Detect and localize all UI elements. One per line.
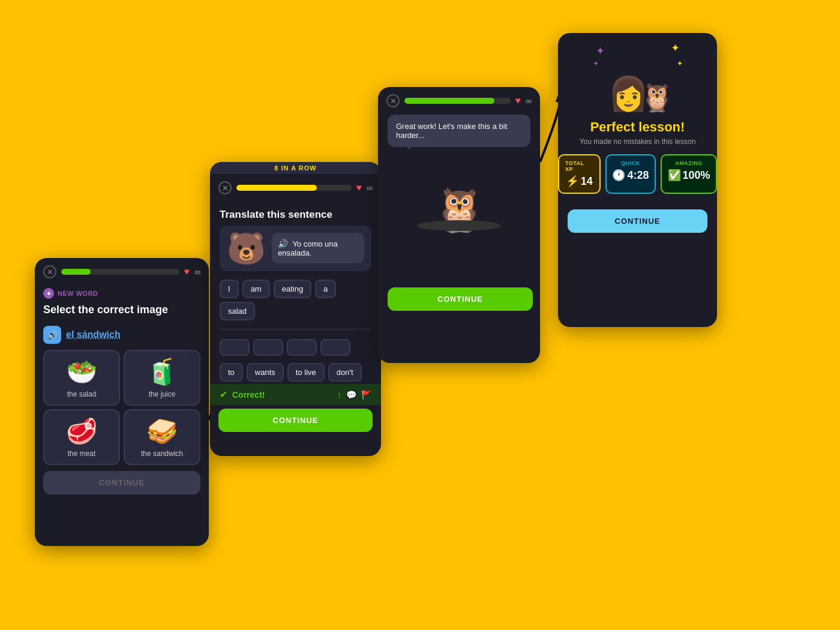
screen3-close-btn[interactable]: ✕ (386, 94, 400, 107)
screen2-infinity-icon: ∞ (367, 183, 373, 193)
screen2-extra-tolive[interactable]: to live (287, 363, 325, 382)
screen3-infinity-icon: ∞ (526, 96, 532, 106)
screen3-speech-text: Great work! Let's make this a bit harder… (396, 122, 507, 140)
screen2-slot4 (320, 339, 350, 356)
screen2-extra-wants[interactable]: wants (247, 363, 284, 382)
screen4-xp-number: 14 (581, 175, 593, 188)
screen2-flag-icon[interactable]: 🚩 (361, 390, 371, 400)
screen3: ✕ ♥ ∞ Great work! Let's make this a bit … (378, 87, 540, 363)
screen1-spanish-word: el sándwich (66, 329, 121, 340)
screen1-infinity-icon: ∞ (194, 267, 200, 277)
screen2-correct-text: Correct! (232, 390, 265, 400)
screen3-shadow (417, 220, 501, 231)
screen4-amazing-value: ✅ 100% (668, 169, 710, 182)
screen2-check-icon: ✔ (220, 389, 227, 400)
screen3-speech-bubble: Great work! Let's make this a bit harder… (388, 115, 530, 147)
screen3-progress-bg (404, 98, 511, 104)
screen2-progress-bg (236, 185, 352, 191)
screen2-continue-btn[interactable]: CONTINUE (218, 409, 373, 432)
screen4-amazing-box: AMAZING ✅ 100% (661, 154, 717, 194)
screen2-streak-banner: 8 IN A ROW (210, 162, 381, 174)
screen2-correct-banner: ✔ Correct! ↑ 💬 🚩 (210, 384, 381, 405)
screen3-mascot-area: 🦉 (378, 153, 540, 239)
screen4-quick-number: 4:28 (627, 169, 649, 182)
screen1-word-row: 🔊 el sándwich (35, 322, 209, 350)
screen4: ✦ ✦ ✦ ✦ 👩 🦉 Perfect lesson! You made no … (558, 33, 717, 327)
screen1-new-word-badge: ✦ NEW WORD (35, 286, 209, 304)
screen1-sandwich-emoji: 🥪 (146, 416, 178, 446)
screen2-chip-a[interactable]: a (315, 280, 336, 298)
screen1-salad-label: the salad (67, 390, 97, 398)
screen4-firework2: ✦ (671, 41, 680, 55)
screen4-xp-label: TOTAL XP (565, 160, 593, 172)
screen2-slot2 (253, 339, 283, 356)
screen2-word-bank: I am eating a salad (210, 271, 381, 329)
screen4-amazing-label: AMAZING (675, 160, 703, 166)
screen2-title: Translate this sentence (210, 202, 381, 226)
screen3-mascot-container: 🦉 (411, 153, 507, 231)
screen2-header: ✕ ♥ ∞ (210, 174, 381, 202)
screen2-extra-to[interactable]: to (220, 363, 243, 382)
screen4-firework1: ✦ (596, 44, 605, 58)
screen4-firework3: ✦ (593, 59, 599, 68)
screen2-chip-salad[interactable]: salad (220, 302, 255, 320)
screen2-progress-fill (236, 185, 317, 191)
screen4-amazing-number: 100% (683, 169, 710, 182)
screen2-chip-eating[interactable]: eating (274, 280, 311, 298)
screen2-correct-icons: ↑ 💬 🚩 (337, 390, 371, 400)
screen4-content-area: ✦ ✦ ✦ ✦ 👩 🦉 Perfect lesson! You made no … (558, 33, 717, 209)
screen2-chip-am[interactable]: am (242, 280, 270, 298)
screen4-xp-icon: ⚡ (566, 175, 579, 188)
screen2-bear-emoji: 🐻 (227, 233, 266, 264)
screen4-quick-label: QUICK (621, 160, 640, 166)
screen1-salad-card[interactable]: 🥗 the salad (43, 350, 120, 406)
screen1-progress-bg (61, 269, 179, 275)
screen1-progress-fill (61, 269, 91, 275)
screen2-divider (220, 329, 371, 329)
screen1-heart-icon: ♥ (184, 266, 190, 277)
screen3-header: ✕ ♥ ∞ (378, 87, 540, 115)
screen1-juice-label: the juice (149, 390, 176, 398)
screen1-title: Select the correct image (35, 304, 209, 322)
screen4-quick-icon: 🕐 (612, 169, 625, 182)
screen4-xp-value: ⚡ 14 (566, 175, 593, 188)
screen2-comment-icon[interactable]: 💬 (346, 390, 356, 400)
screen2-answer-slots (210, 334, 381, 361)
screen2-speech-bubble: 🔊 Yo como una ensalada. (272, 233, 364, 263)
screen3-continue-btn[interactable]: CONTINUE (388, 287, 533, 311)
screen1-image-grid: 🥗 the salad 🧃 the juice 🥩 the meat 🥪 the… (35, 350, 209, 465)
screen2-share-icon[interactable]: ↑ (337, 390, 341, 400)
screen2-chip-i[interactable]: I (220, 280, 239, 298)
screen2-extra-dont[interactable]: don't (328, 363, 362, 382)
screen1-juice-card[interactable]: 🧃 the juice (124, 350, 200, 406)
screen4-stats-row: TOTAL XP ⚡ 14 QUICK 🕐 4:28 AMAZING ✅ 100… (558, 154, 717, 194)
screen2-slot1 (220, 339, 250, 356)
screen4-xp-box: TOTAL XP ⚡ 14 (558, 154, 601, 194)
screen3-progress-fill (404, 98, 494, 104)
screen2-extra-words: to wants to live don't (210, 361, 381, 384)
screen1-badge-circle: ✦ (43, 288, 54, 299)
screen1-continue-btn[interactable]: CONTINUE (43, 471, 200, 494)
screen4-perfect-title: Perfect lesson! (590, 119, 685, 135)
screen1-sandwich-card[interactable]: 🥪 the sandwich (124, 409, 200, 465)
screen1-badge-text: NEW WORD (58, 290, 98, 297)
screen1-juice-emoji: 🧃 (146, 357, 178, 386)
screen2-slot3 (287, 339, 317, 356)
screen1-header: ✕ ♥ ∞ (35, 258, 209, 286)
screen2-close-btn[interactable]: ✕ (218, 181, 232, 194)
screen4-continue-btn[interactable]: CONTINUE (568, 209, 707, 233)
screen1-salad-emoji: 🥗 (66, 357, 97, 386)
screen2: 8 IN A ROW ✕ ♥ ∞ Translate this sentence… (210, 162, 381, 456)
screen1-meat-card[interactable]: 🥩 the meat (43, 409, 120, 465)
screen1: ✕ ♥ ∞ ✦ NEW WORD Select the correct imag… (35, 258, 209, 546)
screen4-quick-value: 🕐 4:28 (612, 169, 649, 182)
screen4-amazing-icon: ✅ (668, 169, 681, 182)
screen2-audio-icon[interactable]: 🔊 (278, 239, 288, 248)
screen4-firework4: ✦ (677, 59, 683, 68)
screen1-audio-btn[interactable]: 🔊 (43, 326, 61, 344)
screen3-heart-icon: ♥ (515, 95, 521, 106)
screen1-close-btn[interactable]: ✕ (43, 265, 56, 278)
screen1-meat-emoji: 🥩 (66, 416, 97, 446)
screen4-firework-area: ✦ ✦ ✦ ✦ 👩 🦉 (590, 41, 686, 113)
screen4-perfect-subtitle: You made no mistakes in this lesson (580, 137, 696, 146)
